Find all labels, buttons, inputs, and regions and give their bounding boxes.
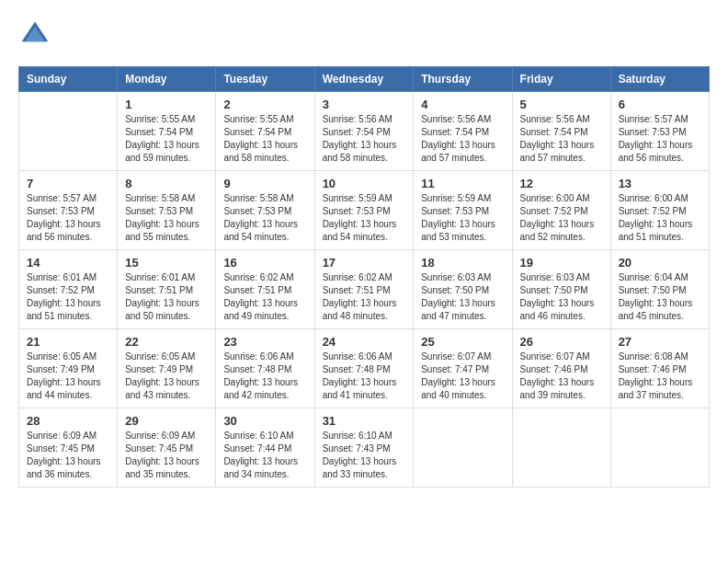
day-number: 31	[323, 414, 406, 428]
day-info: Sunrise: 6:09 AM Sunset: 7:45 PM Dayligh…	[27, 430, 109, 481]
calendar-cell: 13Sunrise: 6:00 AM Sunset: 7:52 PM Dayli…	[610, 171, 709, 250]
day-info: Sunrise: 5:57 AM Sunset: 7:53 PM Dayligh…	[619, 113, 701, 165]
day-number: 19	[520, 256, 603, 270]
day-number: 14	[27, 256, 109, 270]
day-info: Sunrise: 6:05 AM Sunset: 7:49 PM Dayligh…	[125, 350, 208, 402]
calendar-cell: 8Sunrise: 5:58 AM Sunset: 7:53 PM Daylig…	[118, 171, 216, 250]
calendar-week-row: 28Sunrise: 6:09 AM Sunset: 7:45 PM Dayli…	[19, 408, 710, 488]
day-number: 26	[520, 335, 603, 349]
calendar-week-row: 1Sunrise: 5:55 AM Sunset: 7:54 PM Daylig…	[19, 92, 710, 171]
day-info: Sunrise: 5:57 AM Sunset: 7:53 PM Dayligh…	[27, 192, 109, 244]
day-number: 29	[125, 414, 208, 428]
calendar-week-row: 14Sunrise: 6:01 AM Sunset: 7:52 PM Dayli…	[19, 250, 710, 329]
calendar-cell: 6Sunrise: 5:57 AM Sunset: 7:53 PM Daylig…	[610, 92, 709, 171]
day-number: 5	[520, 98, 603, 111]
day-info: Sunrise: 6:10 AM Sunset: 7:43 PM Dayligh…	[323, 430, 406, 481]
calendar-cell: 27Sunrise: 6:08 AM Sunset: 7:46 PM Dayli…	[610, 329, 709, 408]
day-number: 6	[619, 98, 701, 111]
weekday-header-row: SundayMondayTuesdayWednesdayThursdayFrid…	[19, 67, 710, 92]
day-info: Sunrise: 6:00 AM Sunset: 7:52 PM Dayligh…	[520, 192, 603, 244]
calendar-cell: 29Sunrise: 6:09 AM Sunset: 7:45 PM Dayli…	[118, 408, 216, 488]
day-number: 23	[223, 335, 306, 349]
weekday-header: Monday	[118, 67, 216, 92]
calendar-cell	[414, 408, 512, 488]
day-number: 1	[125, 98, 208, 111]
calendar-cell: 25Sunrise: 6:07 AM Sunset: 7:47 PM Dayli…	[414, 329, 512, 408]
calendar-cell: 19Sunrise: 6:03 AM Sunset: 7:50 PM Dayli…	[512, 250, 610, 329]
weekday-header: Sunday	[19, 67, 118, 92]
logo	[18, 18, 55, 52]
day-number: 12	[520, 177, 603, 190]
day-number: 13	[619, 177, 701, 190]
calendar-cell: 1Sunrise: 5:55 AM Sunset: 7:54 PM Daylig…	[118, 92, 216, 171]
day-number: 28	[27, 414, 109, 428]
day-info: Sunrise: 6:01 AM Sunset: 7:51 PM Dayligh…	[125, 271, 208, 323]
calendar-cell: 11Sunrise: 5:59 AM Sunset: 7:53 PM Dayli…	[414, 171, 512, 250]
calendar-cell: 10Sunrise: 5:59 AM Sunset: 7:53 PM Dayli…	[314, 171, 414, 250]
day-number: 25	[421, 335, 504, 349]
day-info: Sunrise: 5:58 AM Sunset: 7:53 PM Dayligh…	[223, 192, 306, 244]
day-number: 16	[223, 256, 306, 270]
day-info: Sunrise: 5:56 AM Sunset: 7:54 PM Dayligh…	[421, 113, 504, 165]
day-info: Sunrise: 6:02 AM Sunset: 7:51 PM Dayligh…	[223, 271, 306, 323]
calendar-cell: 12Sunrise: 6:00 AM Sunset: 7:52 PM Dayli…	[512, 171, 610, 250]
day-info: Sunrise: 6:03 AM Sunset: 7:50 PM Dayligh…	[520, 271, 603, 323]
calendar-cell: 9Sunrise: 5:58 AM Sunset: 7:53 PM Daylig…	[216, 171, 314, 250]
day-number: 9	[223, 177, 306, 190]
weekday-header: Thursday	[414, 67, 512, 92]
day-number: 11	[421, 177, 504, 190]
calendar-table: SundayMondayTuesdayWednesdayThursdayFrid…	[18, 66, 710, 488]
day-info: Sunrise: 6:10 AM Sunset: 7:44 PM Dayligh…	[223, 430, 306, 481]
day-info: Sunrise: 6:02 AM Sunset: 7:51 PM Dayligh…	[323, 271, 406, 323]
calendar-cell: 31Sunrise: 6:10 AM Sunset: 7:43 PM Dayli…	[314, 408, 414, 488]
day-number: 15	[125, 256, 208, 270]
calendar-cell: 4Sunrise: 5:56 AM Sunset: 7:54 PM Daylig…	[414, 92, 512, 171]
day-info: Sunrise: 6:01 AM Sunset: 7:52 PM Dayligh…	[27, 271, 109, 323]
calendar-week-row: 7Sunrise: 5:57 AM Sunset: 7:53 PM Daylig…	[19, 171, 710, 250]
day-info: Sunrise: 6:06 AM Sunset: 7:48 PM Dayligh…	[223, 350, 306, 402]
weekday-header: Wednesday	[314, 67, 414, 92]
calendar-cell: 30Sunrise: 6:10 AM Sunset: 7:44 PM Dayli…	[216, 408, 314, 488]
day-info: Sunrise: 6:09 AM Sunset: 7:45 PM Dayligh…	[125, 430, 208, 481]
day-info: Sunrise: 5:56 AM Sunset: 7:54 PM Dayligh…	[520, 113, 603, 165]
day-info: Sunrise: 5:55 AM Sunset: 7:54 PM Dayligh…	[223, 113, 306, 165]
day-number: 20	[619, 256, 701, 270]
calendar-week-row: 21Sunrise: 6:05 AM Sunset: 7:49 PM Dayli…	[19, 329, 710, 408]
day-info: Sunrise: 5:55 AM Sunset: 7:54 PM Dayligh…	[125, 113, 208, 165]
day-info: Sunrise: 6:07 AM Sunset: 7:47 PM Dayligh…	[421, 350, 504, 402]
day-number: 10	[323, 177, 406, 190]
calendar-cell: 26Sunrise: 6:07 AM Sunset: 7:46 PM Dayli…	[512, 329, 610, 408]
day-info: Sunrise: 6:06 AM Sunset: 7:48 PM Dayligh…	[323, 350, 406, 402]
calendar-cell: 16Sunrise: 6:02 AM Sunset: 7:51 PM Dayli…	[216, 250, 314, 329]
calendar-cell: 3Sunrise: 5:56 AM Sunset: 7:54 PM Daylig…	[314, 92, 414, 171]
weekday-header: Tuesday	[216, 67, 314, 92]
calendar-cell: 20Sunrise: 6:04 AM Sunset: 7:50 PM Dayli…	[610, 250, 709, 329]
day-number: 21	[27, 335, 109, 349]
calendar-cell: 7Sunrise: 5:57 AM Sunset: 7:53 PM Daylig…	[19, 171, 118, 250]
calendar-cell: 23Sunrise: 6:06 AM Sunset: 7:48 PM Dayli…	[216, 329, 314, 408]
day-number: 4	[421, 98, 504, 111]
day-number: 3	[323, 98, 406, 111]
calendar-cell: 18Sunrise: 6:03 AM Sunset: 7:50 PM Dayli…	[414, 250, 512, 329]
day-info: Sunrise: 6:08 AM Sunset: 7:46 PM Dayligh…	[619, 350, 701, 402]
calendar-cell	[19, 92, 118, 171]
day-info: Sunrise: 6:05 AM Sunset: 7:49 PM Dayligh…	[27, 350, 109, 402]
day-number: 30	[223, 414, 306, 428]
calendar-cell: 21Sunrise: 6:05 AM Sunset: 7:49 PM Dayli…	[19, 329, 118, 408]
day-number: 27	[619, 335, 701, 349]
day-info: Sunrise: 6:07 AM Sunset: 7:46 PM Dayligh…	[520, 350, 603, 402]
day-number: 7	[27, 177, 109, 190]
weekday-header: Friday	[512, 67, 610, 92]
header	[18, 18, 710, 52]
logo-icon	[18, 18, 51, 52]
day-info: Sunrise: 6:04 AM Sunset: 7:50 PM Dayligh…	[619, 271, 701, 323]
weekday-header: Saturday	[610, 67, 709, 92]
calendar-cell: 17Sunrise: 6:02 AM Sunset: 7:51 PM Dayli…	[314, 250, 414, 329]
calendar-cell: 28Sunrise: 6:09 AM Sunset: 7:45 PM Dayli…	[19, 408, 118, 488]
calendar-cell: 24Sunrise: 6:06 AM Sunset: 7:48 PM Dayli…	[314, 329, 414, 408]
calendar-cell	[512, 408, 610, 488]
day-number: 17	[323, 256, 406, 270]
day-info: Sunrise: 5:59 AM Sunset: 7:53 PM Dayligh…	[323, 192, 406, 244]
day-info: Sunrise: 6:03 AM Sunset: 7:50 PM Dayligh…	[421, 271, 504, 323]
day-number: 18	[421, 256, 504, 270]
